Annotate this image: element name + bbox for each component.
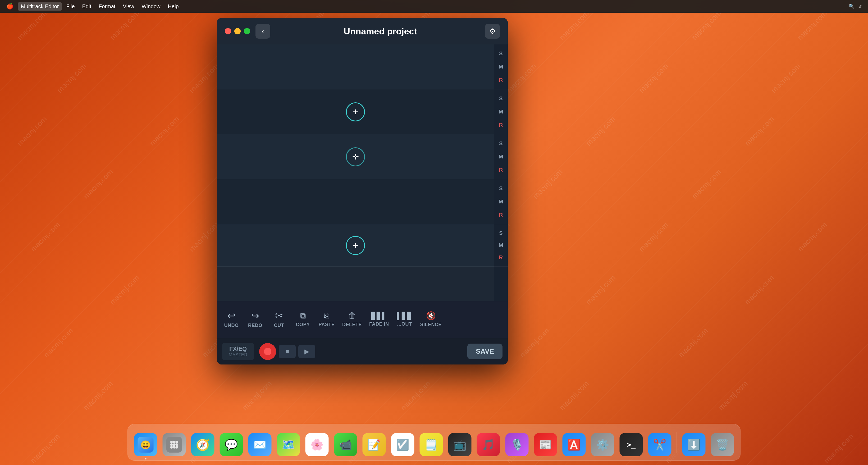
toolbar: ↩ UNDO ↪ REDO ✂ CUT ⧉ COPY ⎗ PASTE 🗑 DEL… xyxy=(217,301,508,338)
minimize-button[interactable] xyxy=(234,28,241,34)
fade-in-icon: ▊▋▌ xyxy=(371,312,387,319)
cut-label: CUT xyxy=(274,323,284,328)
fx-eq-section[interactable]: FX/EQ MASTER xyxy=(222,343,254,360)
menubar-file[interactable]: File xyxy=(63,2,78,10)
dock-launchpad[interactable] xyxy=(162,432,187,457)
dock-stickies[interactable]: 🗒️ xyxy=(418,432,444,457)
record-dot xyxy=(264,348,271,355)
undo-icon: ↩ xyxy=(227,311,236,320)
menubar-format[interactable]: Format xyxy=(95,2,119,10)
back-arrow-icon: ‹ xyxy=(261,27,264,35)
titlebar: ‹ Unnamed project ⚙ xyxy=(217,18,508,44)
dock-appletv[interactable]: 📺 xyxy=(447,432,473,457)
paste-button[interactable]: ⎗ PASTE xyxy=(315,309,339,330)
dock-photos[interactable]: 🌸 xyxy=(304,432,330,457)
dock-reminders[interactable]: ☑️ xyxy=(390,432,415,457)
add-track-button[interactable]: + xyxy=(346,236,365,255)
dock-trash[interactable]: 🗑️ xyxy=(710,432,735,457)
svg-point-10 xyxy=(173,446,176,448)
traffic-lights xyxy=(225,28,250,34)
play-button[interactable]: ▶ xyxy=(298,345,315,358)
silence-button[interactable]: 🔇 SILENCE xyxy=(416,309,446,330)
menubar-right-area: 🔍 ⎎ xyxy=(849,3,862,9)
menubar-app-name[interactable]: Multitrack Editor xyxy=(18,2,62,10)
dock-facetime[interactable]: 📹 xyxy=(333,432,359,457)
fx-eq-label: FX/EQ xyxy=(229,345,247,352)
redo-label: REDO xyxy=(248,323,262,328)
mute-button-2[interactable]: M xyxy=(496,107,506,116)
dock-podcasts[interactable]: 🎙️ xyxy=(504,432,530,457)
record-button[interactable] xyxy=(259,343,276,360)
record-button-1[interactable]: R xyxy=(496,76,506,84)
silence-icon: 🔇 xyxy=(426,312,436,320)
dock-scissors-app[interactable]: ✂️ xyxy=(647,432,673,457)
svg-point-5 xyxy=(176,441,178,443)
solo-button-5[interactable]: S xyxy=(496,229,506,237)
fade-out-button[interactable]: ▌▋▊ ...OUT xyxy=(393,310,416,330)
delete-label: DELETE xyxy=(342,322,362,328)
mute-button-4[interactable]: M xyxy=(496,197,506,206)
dock-news[interactable]: 📰 xyxy=(533,432,558,457)
menubar-right-icon-2: ⎎ xyxy=(859,4,862,9)
menubar-edit[interactable]: Edit xyxy=(79,2,94,10)
copy-icon: ⧉ xyxy=(300,312,306,320)
save-button[interactable]: SAVE xyxy=(467,344,502,359)
dock-finder[interactable]: 😀 xyxy=(133,432,158,457)
back-button[interactable]: ‹ xyxy=(255,24,270,39)
settings-button[interactable]: ⚙ xyxy=(485,24,500,39)
menubar-window[interactable]: Window xyxy=(138,2,163,10)
menubar-view[interactable]: View xyxy=(120,2,137,10)
delete-button[interactable]: 🗑 DELETE xyxy=(339,309,366,330)
record-button-5[interactable]: R xyxy=(496,253,506,262)
mute-button-3[interactable]: M xyxy=(496,152,506,161)
solo-button-1[interactable]: S xyxy=(496,50,506,58)
dock-maps[interactable]: 🗺️ xyxy=(276,432,301,457)
cut-button[interactable]: ✂ CUT xyxy=(267,308,291,331)
solo-button-4[interactable]: S xyxy=(496,184,506,193)
side-controls: S M R S M R S M R S M R xyxy=(494,44,508,301)
dock-music[interactable]: 🎵 xyxy=(476,432,501,457)
dock-downloads[interactable]: ⬇️ xyxy=(681,432,707,457)
record-button-2[interactable]: R xyxy=(496,121,506,129)
undo-button[interactable]: ↩ UNDO xyxy=(219,308,243,331)
solo-button-3[interactable]: S xyxy=(496,140,506,148)
mute-button-1[interactable]: M xyxy=(496,62,506,71)
silence-label: SILENCE xyxy=(420,322,442,328)
copy-button[interactable]: ⧉ COPY xyxy=(291,309,315,330)
record-button-4[interactable]: R xyxy=(496,211,506,219)
fade-in-button[interactable]: ▊▋▌ FADE IN xyxy=(366,310,393,330)
project-title: Unnamed project xyxy=(276,26,485,36)
apple-menu[interactable]: 🍎 xyxy=(6,3,13,10)
track-controls-1: S M R xyxy=(494,44,508,89)
add-track-button[interactable]: ✛ xyxy=(346,147,365,166)
menubar-help[interactable]: Help xyxy=(165,2,182,10)
paste-label: PASTE xyxy=(318,322,335,328)
save-label: SAVE xyxy=(476,347,494,355)
dock: 😀 🧭 💬 ✉️ 🗺️ 🌸 📹 📝 ☑️ 🗒️ 📺 🎵 xyxy=(127,424,741,461)
transport-bar: FX/EQ MASTER ■ ▶ SAVE xyxy=(217,338,508,365)
stop-icon: ■ xyxy=(285,348,289,355)
fade-out-label: ...OUT xyxy=(397,321,412,327)
dock-notes[interactable]: 📝 xyxy=(362,432,387,457)
paste-icon: ⎗ xyxy=(324,312,329,320)
dock-messages[interactable]: 💬 xyxy=(219,432,244,457)
solo-button-2[interactable]: S xyxy=(496,94,506,103)
dock-sysprefs[interactable]: ⚙️ xyxy=(590,432,615,457)
close-button[interactable] xyxy=(225,28,231,34)
track-controls-2: S M R xyxy=(494,89,508,134)
stop-button[interactable]: ■ xyxy=(279,345,296,358)
dock-appstore[interactable]: 🅰️ xyxy=(561,432,587,457)
tracks-main: + ✛ + xyxy=(217,44,494,301)
track-row xyxy=(217,179,494,224)
menubar-right-icon-1: 🔍 xyxy=(849,3,855,9)
dock-terminal[interactable]: >_ xyxy=(619,432,644,457)
dock-safari[interactable]: 🧭 xyxy=(190,432,216,457)
svg-point-4 xyxy=(173,441,176,443)
add-track-button[interactable]: + xyxy=(346,102,365,121)
record-button-3[interactable]: R xyxy=(496,165,506,174)
maximize-button[interactable] xyxy=(244,28,250,34)
redo-button[interactable]: ↪ REDO xyxy=(243,308,267,331)
dock-mail[interactable]: ✉️ xyxy=(247,432,273,457)
mute-button-5[interactable]: M xyxy=(496,241,506,249)
fade-out-icon: ▌▋▊ xyxy=(397,312,412,319)
